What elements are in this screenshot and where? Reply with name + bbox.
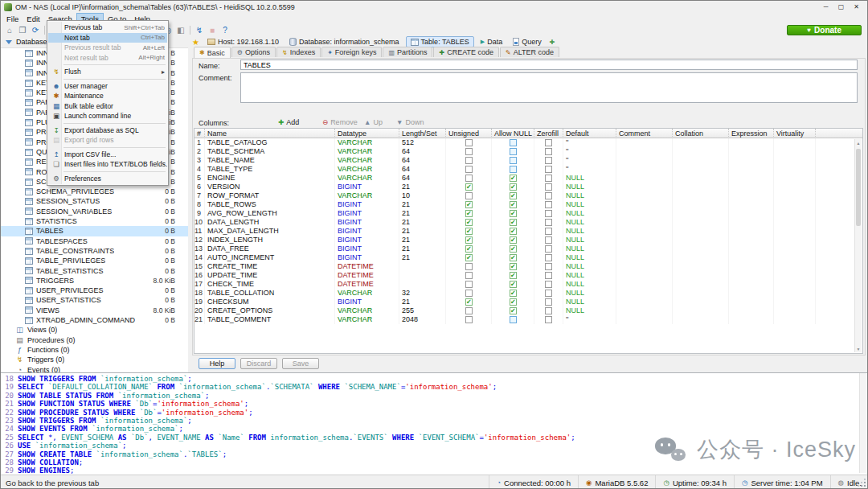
tab-create-code[interactable]: ✚CREATE code xyxy=(433,47,499,57)
zerofill-checkbox[interactable] xyxy=(545,263,552,270)
zerofill-checkbox[interactable] xyxy=(545,236,552,244)
column-header-virtuality[interactable]: Virtuality xyxy=(774,129,816,138)
allow-null-checkbox[interactable] xyxy=(510,219,517,226)
donate-button[interactable]: ♥ Donate xyxy=(787,25,862,35)
table-row[interactable]: 20CREATE_OPTIONSVARCHAR255NULL xyxy=(194,306,862,315)
tab-alter-code[interactable]: ✎ALTER code xyxy=(500,47,559,57)
table-item-statistics[interactable]: STATISTICS0 B xyxy=(1,216,188,226)
resize-grip[interactable] xyxy=(856,477,866,487)
zerofill-checkbox[interactable] xyxy=(545,307,552,314)
table-item-schema-privileges[interactable]: SCHEMA_PRIVILEGES0 B xyxy=(1,187,188,196)
unsigned-checkbox[interactable] xyxy=(465,228,473,235)
tab-foreign-keys[interactable]: ✦Foreign keys xyxy=(321,47,382,57)
menu-item-flush[interactable]: ↯Flush▸ xyxy=(48,67,167,77)
unsigned-checkbox[interactable] xyxy=(465,166,473,173)
menu-item-launch-command-line[interactable]: ▣Launch command line xyxy=(48,111,167,121)
session-manager-icon[interactable]: ⌂ xyxy=(3,25,16,36)
table-item-session-status[interactable]: SESSION_STATUS0 B xyxy=(1,196,188,206)
table-item-table-statistics[interactable]: TABLE_STATISTICS0 B xyxy=(1,266,188,276)
tab-partitions[interactable]: ▥Partitions xyxy=(383,47,432,57)
scrollbar-thumb[interactable] xyxy=(856,149,861,226)
unsigned-checkbox[interactable] xyxy=(465,236,473,244)
unsigned-checkbox[interactable] xyxy=(465,281,473,288)
refresh-icon[interactable]: ⟳ xyxy=(29,25,42,36)
zerofill-checkbox[interactable] xyxy=(545,157,552,164)
unsigned-checkbox[interactable] xyxy=(465,263,473,270)
table-row[interactable]: 10DATA_LENGTHBIGINT21NULL xyxy=(194,218,862,227)
unsigned-checkbox[interactable] xyxy=(465,316,473,323)
zerofill-checkbox[interactable] xyxy=(545,183,552,191)
zerofill-checkbox[interactable] xyxy=(545,228,552,235)
unsigned-checkbox[interactable] xyxy=(465,157,473,164)
move-up-button[interactable]: ▲Up xyxy=(364,117,383,128)
tab-host[interactable]: Host: 192.168.1.10 xyxy=(203,37,283,47)
unsigned-checkbox[interactable] xyxy=(465,290,473,297)
zerofill-checkbox[interactable] xyxy=(545,210,552,217)
unsigned-checkbox[interactable] xyxy=(465,183,473,191)
window-close-button[interactable]: ✕ xyxy=(849,2,864,12)
zerofill-checkbox[interactable] xyxy=(545,201,552,208)
menu-item-export-grid-rows[interactable]: ▤Export grid rows xyxy=(48,135,167,146)
table-row[interactable]: 1TABLE_CATALOGVARCHAR512'' xyxy=(194,138,862,147)
window-maximize-button[interactable]: ▢ xyxy=(833,2,849,12)
log-scrollbar[interactable] xyxy=(859,373,866,473)
unsigned-checkbox[interactable] xyxy=(465,192,473,199)
unsigned-checkbox[interactable] xyxy=(465,298,473,306)
zerofill-checkbox[interactable] xyxy=(545,192,552,199)
table-row[interactable]: 13DATA_FREEBIGINT21NULL xyxy=(194,244,862,253)
table-row[interactable]: 11MAX_DATA_LENGTHBIGINT21NULL xyxy=(194,227,862,236)
menu-item-file[interactable]: File xyxy=(2,13,23,24)
allow-null-checkbox[interactable] xyxy=(510,201,517,208)
highlight-icon[interactable]: ◧ xyxy=(174,25,187,36)
tree-node-functions-0[interactable]: ƒFunctions (0) xyxy=(1,345,188,355)
zerofill-checkbox[interactable] xyxy=(545,281,552,288)
zerofill-checkbox[interactable] xyxy=(545,272,552,279)
stop-icon[interactable]: ■ xyxy=(206,25,219,36)
column-header-unsigned[interactable]: Unsigned xyxy=(446,129,492,138)
allow-null-checkbox[interactable] xyxy=(510,298,517,306)
table-name-input[interactable] xyxy=(240,60,858,70)
tab-database[interactable]: Database: information_schema xyxy=(285,37,403,47)
table-item-xtradb-admin-command[interactable]: XTRADB_ADMIN_COMMAND0 B xyxy=(1,315,188,325)
column-header-[interactable]: # xyxy=(194,129,205,138)
allow-null-checkbox[interactable] xyxy=(510,263,517,270)
table-item-triggers[interactable]: TRIGGERS8.0 KiB xyxy=(1,276,188,286)
table-item-tables[interactable]: TABLES0 B xyxy=(1,226,188,236)
tab-data[interactable]: ▶Data xyxy=(477,37,506,47)
allow-null-checkbox[interactable] xyxy=(510,148,517,155)
window-minimize-button[interactable]: ─ xyxy=(818,2,833,12)
allow-null-checkbox[interactable] xyxy=(510,228,517,235)
new-window-icon[interactable]: ❐ xyxy=(16,25,29,36)
table-comment-input[interactable] xyxy=(240,72,858,103)
column-header-allow-null[interactable]: Allow NULL xyxy=(492,129,534,138)
column-header-collation[interactable]: Collation xyxy=(673,129,729,138)
table-row[interactable]: 2TABLE_SCHEMAVARCHAR64'' xyxy=(194,147,862,156)
table-item-tablespaces[interactable]: TABLESPACES0 B xyxy=(1,236,188,246)
table-row[interactable]: 19CHECKSUMBIGINT21NULL xyxy=(194,298,862,306)
zerofill-checkbox[interactable] xyxy=(545,316,552,323)
unsigned-checkbox[interactable] xyxy=(465,272,473,279)
tab-table[interactable]: Table: TABLES xyxy=(406,36,474,47)
unsigned-checkbox[interactable] xyxy=(465,307,473,314)
allow-null-checkbox[interactable] xyxy=(510,272,517,279)
table-row[interactable]: 21TABLE_COMMENTVARCHAR2048'' xyxy=(194,315,862,324)
remove-column-button[interactable]: ⊖Remove xyxy=(322,117,358,128)
zerofill-checkbox[interactable] xyxy=(545,290,552,297)
column-header-length-set[interactable]: Length/Set xyxy=(399,129,446,138)
table-row[interactable]: 7ROW_FORMATVARCHAR10NULL xyxy=(194,191,862,200)
add-column-button[interactable]: ✚Add xyxy=(278,117,299,128)
unsigned-checkbox[interactable] xyxy=(465,245,473,253)
help-icon[interactable]: ? xyxy=(219,25,231,36)
unsigned-checkbox[interactable] xyxy=(465,201,473,208)
table-row[interactable]: 8TABLE_ROWSBIGINT21NULL xyxy=(194,200,862,209)
scroll-up-arrow-icon[interactable]: ▲ xyxy=(855,139,862,146)
tree-node-triggers-0[interactable]: ↯Triggers (0) xyxy=(1,355,188,364)
execute-icon[interactable]: ↯ xyxy=(193,25,206,36)
table-row[interactable]: 9AVG_ROW_LENGTHBIGINT21NULL xyxy=(194,209,862,218)
column-header-datatype[interactable]: Datatype xyxy=(335,129,399,138)
table-item-table-privileges[interactable]: TABLE_PRIVILEGES0 B xyxy=(1,256,188,265)
allow-null-checkbox[interactable] xyxy=(510,281,517,288)
zerofill-checkbox[interactable] xyxy=(545,245,552,253)
allow-null-checkbox[interactable] xyxy=(510,316,517,323)
tree-node-events-0[interactable]: ◔Events (0) xyxy=(1,365,188,373)
